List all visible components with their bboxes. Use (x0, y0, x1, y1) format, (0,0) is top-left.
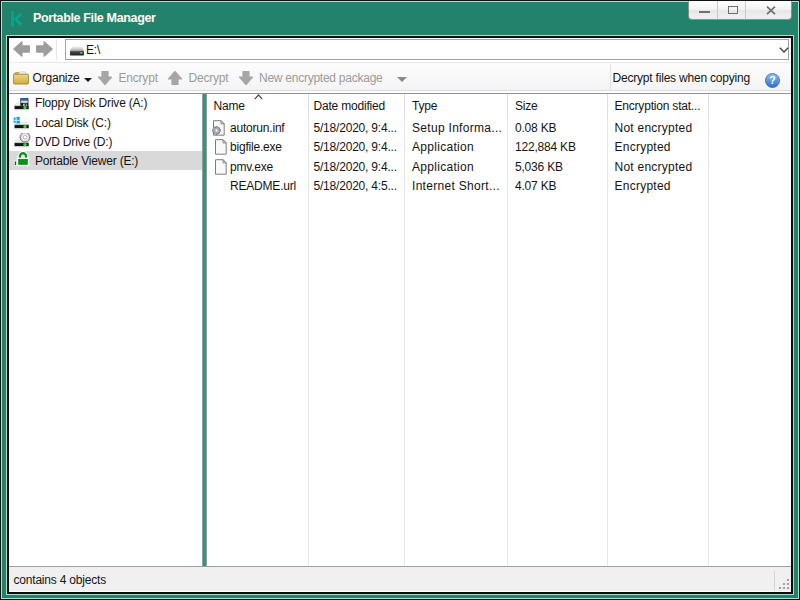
svg-text:?: ? (769, 74, 775, 86)
